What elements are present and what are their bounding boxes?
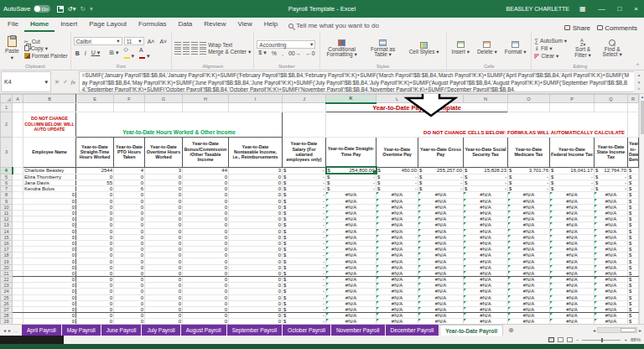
- cell[interactable]: #N/A: [595, 289, 628, 294]
- cell[interactable]: [13, 283, 23, 289]
- cell[interactable]: $-: [283, 306, 326, 312]
- cell[interactable]: 0: [145, 300, 183, 306]
- cell[interactable]: 0: [76, 258, 114, 264]
- sheet-tab-may-payroll[interactable]: May Payroll: [62, 325, 101, 336]
- cell[interactable]: [13, 198, 23, 204]
- cell[interactable]: 0: [76, 247, 114, 253]
- cell[interactable]: #N/A: [550, 319, 595, 324]
- cell[interactable]: #N/A: [550, 210, 595, 216]
- cell[interactable]: #N/A: [377, 277, 418, 283]
- cell[interactable]: #N/A: [377, 270, 418, 276]
- cell[interactable]: 55: [76, 180, 114, 186]
- cell[interactable]: 0: [114, 313, 145, 319]
- tab-scroll-right-icon[interactable]: ▸: [8, 327, 11, 333]
- cell[interactable]: 0: [76, 198, 114, 204]
- cell[interactable]: #N/A: [326, 210, 377, 216]
- zoom-in-icon[interactable]: +: [624, 337, 627, 342]
- cell[interactable]: #N/A: [464, 289, 508, 294]
- cell[interactable]: 0: [23, 234, 76, 240]
- cell[interactable]: $: [628, 216, 639, 222]
- cell[interactable]: $: [628, 247, 639, 253]
- cell[interactable]: 0: [23, 319, 76, 324]
- row-header[interactable]: 1: [1, 103, 13, 112]
- cell[interactable]: #N/A: [595, 253, 628, 258]
- cell[interactable]: 3: [145, 167, 183, 174]
- cell[interactable]: 0: [145, 198, 183, 204]
- cell[interactable]: $-: [550, 174, 595, 180]
- cell[interactable]: 0: [76, 216, 114, 222]
- cell[interactable]: [508, 103, 550, 112]
- row-header-16[interactable]: 16: [1, 240, 13, 246]
- format-as-table-button[interactable]: Format as Table ▾: [364, 34, 402, 63]
- accounting-format-button[interactable]: $ ▾: [257, 49, 267, 56]
- cell[interactable]: $-: [418, 174, 464, 180]
- align-top-icon[interactable]: [174, 42, 181, 48]
- cell[interactable]: #N/A: [377, 306, 418, 312]
- cell[interactable]: [13, 306, 23, 312]
- cell[interactable]: #N/A: [595, 222, 628, 228]
- cell[interactable]: $-: [595, 174, 628, 180]
- cell[interactable]: 0: [183, 306, 229, 312]
- cell[interactable]: [595, 103, 628, 112]
- cell[interactable]: [13, 222, 23, 228]
- cell[interactable]: $-: [418, 186, 464, 192]
- cell[interactable]: 0: [229, 294, 283, 300]
- row-header-27[interactable]: 27: [1, 306, 13, 312]
- cell[interactable]: $-: [464, 180, 508, 186]
- cell[interactable]: $-: [283, 210, 326, 216]
- comma-style-button[interactable]: ,: [280, 50, 285, 56]
- cell[interactable]: #N/A: [508, 294, 550, 300]
- cell[interactable]: 0: [229, 264, 283, 270]
- cell[interactable]: #N/A: [418, 313, 464, 319]
- cell[interactable]: #N/A: [326, 313, 377, 319]
- cell[interactable]: #N/A: [418, 240, 464, 246]
- cell[interactable]: $-: [326, 180, 377, 186]
- cell[interactable]: #N/A: [377, 258, 418, 264]
- align-bottom-icon[interactable]: [191, 42, 198, 48]
- cell[interactable]: #N/A: [595, 228, 628, 234]
- cell[interactable]: [628, 103, 639, 112]
- format-painter-button[interactable]: Format Painter: [24, 53, 68, 59]
- cell[interactable]: #N/A: [418, 216, 464, 222]
- decrease-decimal-button[interactable]: ←0: [304, 50, 317, 56]
- cell[interactable]: #N/A: [326, 234, 377, 240]
- cell[interactable]: #N/A: [595, 240, 628, 246]
- cell[interactable]: $: [628, 222, 639, 228]
- cell[interactable]: 0: [145, 186, 183, 192]
- cell[interactable]: 0: [76, 192, 114, 198]
- sheet-tab-april-payroll[interactable]: April Payroll: [22, 325, 61, 336]
- cell[interactable]: #N/A: [550, 247, 595, 253]
- cell[interactable]: 0: [76, 306, 114, 312]
- cell[interactable]: #N/A: [550, 264, 595, 270]
- cell[interactable]: #N/A: [595, 300, 628, 306]
- cell[interactable]: $-: [508, 180, 550, 186]
- column-header-J[interactable]: J: [283, 95, 326, 103]
- bold-button[interactable]: B: [74, 50, 81, 56]
- cell[interactable]: 4: [114, 167, 145, 174]
- cell[interactable]: #N/A: [595, 192, 628, 198]
- number-format-select[interactable]: Accounting▾: [257, 40, 315, 49]
- cell[interactable]: #N/A: [508, 313, 550, 319]
- cell[interactable]: #N/A: [326, 216, 377, 222]
- cell[interactable]: [13, 204, 23, 210]
- cell[interactable]: 0: [145, 240, 183, 246]
- row-header-28[interactable]: 28: [1, 313, 13, 319]
- cell[interactable]: #N/A: [377, 222, 418, 228]
- column-header-L[interactable]: L: [377, 95, 418, 103]
- cell[interactable]: #N/A: [377, 228, 418, 234]
- cell[interactable]: 0: [114, 247, 145, 253]
- cell[interactable]: [13, 289, 23, 294]
- cell[interactable]: 0: [76, 228, 114, 234]
- cell[interactable]: $-: [283, 283, 326, 289]
- cell[interactable]: $: [628, 210, 639, 216]
- cell[interactable]: #N/A: [326, 198, 377, 204]
- cell[interactable]: 0: [183, 258, 229, 264]
- cell[interactable]: #N/A: [418, 270, 464, 276]
- row-header-26[interactable]: 26: [1, 300, 13, 306]
- cell[interactable]: #N/A: [326, 253, 377, 258]
- grow-font-button[interactable]: A˄: [146, 39, 157, 44]
- cell[interactable]: 0: [23, 247, 76, 253]
- cell[interactable]: $: [628, 313, 639, 319]
- row-header[interactable]: 3: [1, 137, 13, 167]
- formula-bar-scroll[interactable]: ▴▾˅: [634, 71, 644, 92]
